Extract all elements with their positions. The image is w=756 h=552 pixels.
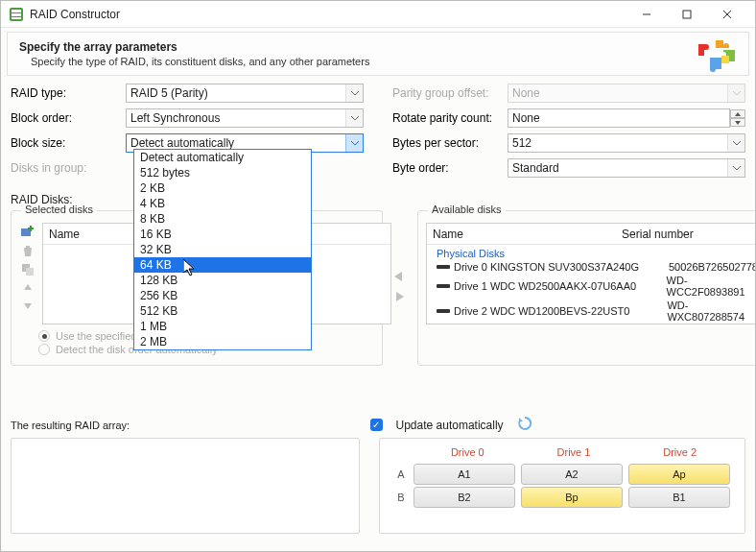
parity-offset-label: Parity group offset: <box>392 86 508 100</box>
copy-disk-icon[interactable] <box>21 263 35 276</box>
svg-rect-12 <box>437 284 450 288</box>
raid-type-value: RAID 5 (Parity) <box>130 86 208 100</box>
block-size-option[interactable]: 64 KB <box>134 257 311 273</box>
svg-rect-5 <box>683 11 691 18</box>
chevron-down-icon <box>345 134 363 152</box>
bytes-per-sector-label: Bytes per sector: <box>392 136 508 150</box>
byte-order-select[interactable]: Standard <box>508 158 745 178</box>
disks-in-group-label: Disks in group: <box>11 161 126 175</box>
block-size-option[interactable]: 512 KB <box>134 303 311 319</box>
selected-disks-title: Selected disks <box>21 204 97 215</box>
spinner-down-icon[interactable] <box>730 118 745 127</box>
move-down-icon[interactable] <box>22 300 34 311</box>
chevron-down-icon <box>345 109 363 127</box>
form-area: RAID type: RAID 5 (Parity) Block order: … <box>1 80 755 185</box>
available-disks-title: Available disks <box>428 204 506 215</box>
spinner-up-icon[interactable] <box>730 109 745 118</box>
svg-rect-11 <box>437 265 450 269</box>
disk-serial: WD-WXC807288574 <box>667 300 756 323</box>
byte-order-value: Standard <box>512 161 559 175</box>
svg-rect-3 <box>12 17 21 19</box>
disk-icon <box>437 261 450 273</box>
rotate-parity-select[interactable]: None <box>508 108 730 128</box>
rotate-parity-label: Rotate parity count: <box>392 111 508 125</box>
available-disks-group: Available disks Name Serial number Physi… <box>417 210 756 366</box>
add-disk-icon[interactable] <box>20 223 35 238</box>
result-row-label: B <box>391 492 411 503</box>
block-size-option[interactable]: 256 KB <box>134 288 311 303</box>
update-auto-label: Update automatically <box>396 419 504 432</box>
disk-row[interactable]: Drive 1 WDC WD2500AAKX-07U6AA0WD-WCC2F08… <box>427 274 756 299</box>
result-drive-header: Drive 0 <box>414 446 521 458</box>
resulting-preview-box <box>11 438 360 534</box>
rotate-parity-value: None <box>512 111 540 125</box>
disk-row[interactable]: Drive 2 WDC WD1200BEVS-22UST0WD-WXC80728… <box>427 299 756 324</box>
update-auto-checkbox[interactable]: ✓ <box>370 419 383 431</box>
block-order-label: Block order: <box>11 111 126 125</box>
svg-rect-13 <box>437 309 450 313</box>
chevron-down-icon <box>345 84 363 102</box>
block-size-option[interactable]: 4 KB <box>134 196 311 211</box>
svg-rect-8 <box>21 228 31 236</box>
data-cell: B1 <box>628 487 730 508</box>
block-size-option[interactable]: 1 MB <box>134 319 311 334</box>
block-order-select[interactable]: Left Synchronous <box>126 108 364 128</box>
disk-icon <box>437 280 450 292</box>
move-right-icon[interactable] <box>392 291 408 305</box>
app-window: RAID Constructor Specify the array param… <box>0 0 756 552</box>
block-size-option[interactable]: 16 KB <box>134 227 311 242</box>
cursor-icon <box>183 259 197 279</box>
page-subtitle: Specify the type of RAID, its constituen… <box>31 56 737 67</box>
puzzle-icon <box>697 38 739 78</box>
block-size-value: Detect automatically <box>130 136 234 150</box>
bytes-per-sector-value: 512 <box>512 136 532 150</box>
raid-type-select[interactable]: RAID 5 (Parity) <box>126 84 364 103</box>
close-button[interactable] <box>707 4 747 25</box>
result-drive-header: Drive 2 <box>626 446 733 458</box>
move-left-icon[interactable] <box>392 271 408 285</box>
selected-toolbar <box>19 223 36 324</box>
chevron-down-icon <box>727 84 744 102</box>
chevron-down-icon <box>727 134 744 152</box>
block-order-value: Left Synchronous <box>130 111 220 125</box>
disk-serial: 50026B726502778E <box>669 261 756 273</box>
minimize-button[interactable] <box>626 4 667 25</box>
move-up-icon[interactable] <box>22 282 34 294</box>
disk-row[interactable]: Drive 0 KINGSTON SUV300S37A240G50026B726… <box>427 260 756 274</box>
available-disks-list[interactable]: Name Serial number Physical Disks Drive … <box>426 223 756 324</box>
delete-disk-icon[interactable] <box>21 244 35 257</box>
refresh-icon[interactable] <box>517 416 532 434</box>
maximize-button[interactable] <box>667 4 707 25</box>
svg-rect-10 <box>26 268 34 276</box>
window-title: RAID Constructor <box>30 8 626 21</box>
titlebar: RAID Constructor <box>1 1 755 28</box>
result-row: AA1A2Ap <box>391 464 733 485</box>
data-cell: B2 <box>413 487 515 508</box>
resulting-table-box: Drive 0Drive 1Drive 2 AA1A2ApBB2BpB1 <box>379 438 745 534</box>
bytes-per-sector-select[interactable]: 512 <box>508 133 745 153</box>
svg-rect-1 <box>12 10 21 12</box>
block-size-label: Block size: <box>11 136 126 150</box>
avail-col-name: Name <box>427 228 616 241</box>
byte-order-label: Byte order: <box>392 161 508 175</box>
app-icon <box>9 7 24 22</box>
block-size-option[interactable]: 512 bytes <box>134 165 311 180</box>
page-title: Specify the array parameters <box>19 40 737 54</box>
physical-disks-header: Physical Disks <box>427 245 756 260</box>
block-size-option[interactable]: 128 KB <box>134 273 311 288</box>
raid-type-label: RAID type: <box>11 86 126 100</box>
block-size-option[interactable]: Detect automatically <box>134 150 311 165</box>
block-size-option[interactable]: 2 MB <box>134 334 311 349</box>
parity-cell: Ap <box>628 464 730 485</box>
block-size-dropdown[interactable]: Detect automatically512 bytes2 KB4 KB8 K… <box>133 149 312 350</box>
data-cell: A1 <box>413 464 515 485</box>
disk-serial: WD-WCC2F0893891 <box>667 275 756 298</box>
result-drive-header: Drive 1 <box>521 446 627 458</box>
block-size-option[interactable]: 2 KB <box>134 180 311 196</box>
block-size-option[interactable]: 32 KB <box>134 242 311 257</box>
rotate-parity-spinner[interactable] <box>730 109 745 127</box>
page-header: Specify the array parameters Specify the… <box>7 32 749 76</box>
block-size-option[interactable]: 8 KB <box>134 211 311 227</box>
result-row-label: A <box>391 468 411 480</box>
move-buttons <box>392 210 408 366</box>
